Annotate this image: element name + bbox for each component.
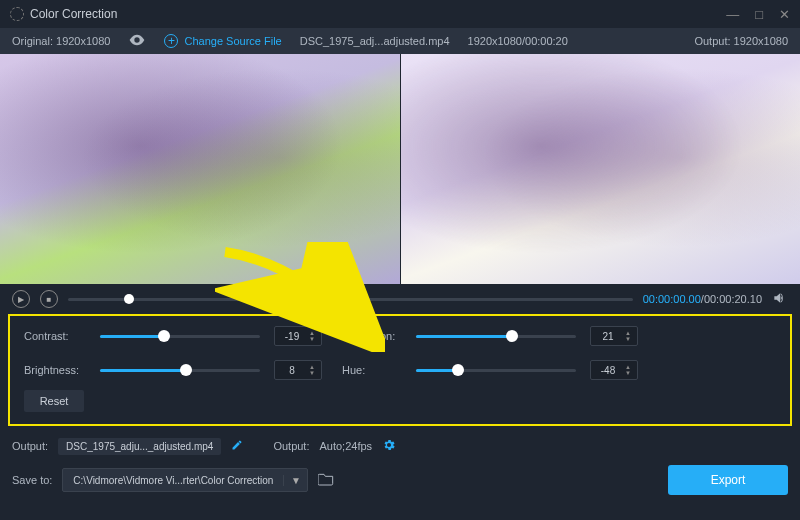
saturation-slider[interactable] [416, 335, 576, 338]
transport-bar: ▶ ■ 00:00:00.00/00:00:20.10 [0, 284, 800, 314]
hue-down[interactable]: ▼ [625, 370, 637, 376]
preview-toggle-icon[interactable] [128, 34, 146, 48]
save-path: C:\Vidmore\Vidmore Vi...rter\Color Corre… [63, 475, 283, 486]
minimize-button[interactable]: — [726, 7, 739, 22]
saturation-value: 21 [591, 331, 625, 342]
contrast-spinbox[interactable]: -19▲▼ [274, 326, 322, 346]
output-format-label: Output: [273, 440, 309, 452]
seek-head[interactable] [124, 294, 134, 304]
hue-slider[interactable] [416, 369, 576, 372]
open-folder-icon[interactable] [318, 472, 334, 489]
change-source-button[interactable]: + Change Source File [164, 34, 281, 48]
rename-icon[interactable] [231, 439, 243, 454]
adjustment-panel: Contrast: -19▲▼ Saturation: 21▲▼ Brightn… [8, 314, 792, 426]
brightness-spinbox[interactable]: 8▲▼ [274, 360, 322, 380]
saturation-spinbox[interactable]: 21▲▼ [590, 326, 638, 346]
brightness-down[interactable]: ▼ [309, 370, 321, 376]
contrast-value: -19 [275, 331, 309, 342]
window-controls: — □ ✕ [726, 7, 790, 22]
preview-original-pane [0, 54, 400, 284]
save-path-dropdown[interactable]: ▼ [283, 475, 307, 486]
time-display: 00:00:00.00/00:00:20.10 [643, 293, 762, 305]
output-filename: DSC_1975_adju..._adjusted.mp4 [58, 438, 221, 455]
source-fileinfo: 1920x1080/00:00:20 [468, 35, 568, 47]
title-bar: Color Correction — □ ✕ [0, 0, 800, 28]
saturation-label: Saturation: [342, 330, 402, 342]
contrast-slider[interactable] [100, 335, 260, 338]
output-row: Output: DSC_1975_adju..._adjusted.mp4 Ou… [0, 432, 800, 460]
save-path-box: C:\Vidmore\Vidmore Vi...rter\Color Corre… [62, 468, 308, 492]
contrast-label: Contrast: [24, 330, 86, 342]
settings-icon[interactable] [382, 438, 396, 455]
top-bar: Original: 1920x1080 + Change Source File… [0, 28, 800, 54]
app-icon [10, 7, 24, 21]
save-to-label: Save to: [12, 474, 52, 486]
reset-button[interactable]: Reset [24, 390, 84, 412]
maximize-button[interactable]: □ [755, 7, 763, 22]
bottom-bar: Save to: C:\Vidmore\Vidmore Vi...rter\Co… [0, 460, 800, 500]
brightness-value: 8 [275, 365, 309, 376]
preview-adjusted-pane [401, 54, 801, 284]
original-resolution-label: Original: 1920x1080 [12, 35, 110, 47]
saturation-down[interactable]: ▼ [625, 336, 637, 342]
time-total: /00:00:20.10 [701, 293, 762, 305]
hue-value: -48 [591, 365, 625, 376]
stop-button[interactable]: ■ [40, 290, 58, 308]
plus-icon: + [164, 34, 178, 48]
preview-area [0, 54, 800, 284]
export-button[interactable]: Export [668, 465, 788, 495]
hue-label: Hue: [342, 364, 402, 376]
hue-spinbox[interactable]: -48▲▼ [590, 360, 638, 380]
source-filename: DSC_1975_adj...adjusted.mp4 [300, 35, 450, 47]
brightness-slider[interactable] [100, 369, 260, 372]
brightness-label: Brightness: [24, 364, 86, 376]
output-resolution-label: Output: 1920x1080 [694, 35, 788, 47]
play-button[interactable]: ▶ [12, 290, 30, 308]
contrast-down[interactable]: ▼ [309, 336, 321, 342]
output-format-value: Auto;24fps [319, 440, 372, 452]
change-source-label: Change Source File [184, 35, 281, 47]
output-file-label: Output: [12, 440, 48, 452]
window-title: Color Correction [30, 7, 726, 21]
time-current: 00:00:00.00 [643, 293, 701, 305]
volume-icon[interactable] [772, 291, 788, 308]
close-button[interactable]: ✕ [779, 7, 790, 22]
seek-slider[interactable] [68, 298, 633, 301]
